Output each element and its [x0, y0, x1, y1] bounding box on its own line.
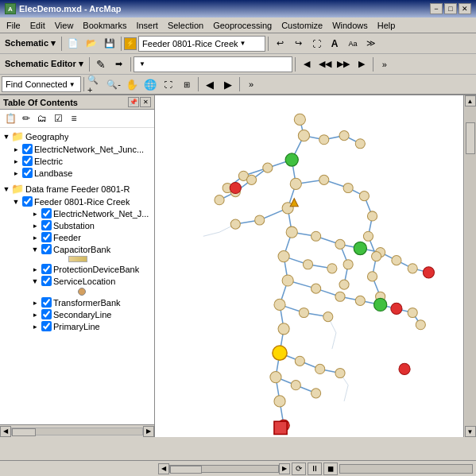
toc-scroll-right[interactable]: ▶ [143, 426, 154, 437]
minimize-button[interactable]: − [430, 3, 443, 14]
update-btn[interactable]: ↪ [289, 35, 307, 52]
menu-windows[interactable]: Windows [327, 17, 373, 33]
menu-bookmarks[interactable]: Bookmarks [78, 17, 131, 33]
layout-btn[interactable]: ⊞ [178, 75, 195, 93]
toc-icon-more[interactable]: ≡ [67, 111, 81, 126]
editor-tool1[interactable]: ✎ [92, 56, 110, 73]
toc-item-landbase[interactable]: ▸ Landbase [10, 167, 154, 179]
map-scrollbar-v[interactable]: ▲ ▼ [463, 95, 476, 437]
toc-scroll-thumb[interactable] [12, 428, 36, 436]
status-btn-stop[interactable]: ◼ [323, 462, 338, 475]
toc-item-substation[interactable]: ▸ Substation [29, 219, 154, 231]
toc-close-btn[interactable]: ✕ [140, 97, 151, 107]
close-button[interactable]: ✕ [459, 3, 471, 14]
toc-item-capacitor[interactable]: ▼ CapacitorBank [29, 243, 154, 255]
expand-btn[interactable]: ⛶ [308, 35, 325, 52]
checkbox-protection[interactable] [41, 264, 52, 274]
pan-btn[interactable]: ✋ [123, 75, 141, 93]
toc-scrollbar[interactable]: ◀ ▶ [0, 424, 154, 437]
scroll-right-btn[interactable]: ▶ [279, 463, 290, 474]
edit-nav4[interactable]: ▶ [353, 56, 370, 73]
window-controls[interactable]: − □ ✕ [430, 3, 471, 14]
find-connected-dropdown[interactable]: Find Connected ▼ [2, 76, 81, 92]
expand-ej[interactable]: ▸ [11, 145, 21, 153]
menu-edit[interactable]: Edit [25, 17, 50, 33]
h-scroll-thumb[interactable] [170, 466, 202, 474]
back-btn[interactable]: ◀ [201, 75, 219, 93]
save-btn[interactable]: 💾 [101, 35, 118, 52]
toc-item-electric[interactable]: ▸ Electric [10, 155, 154, 167]
extent-btn[interactable]: ⛶ [160, 75, 177, 93]
checkbox-capacitor[interactable] [41, 244, 52, 254]
toc-pin-btn[interactable]: 📌 [128, 97, 139, 107]
toc-item-secondary[interactable]: ▸ SecondaryLine [29, 308, 154, 320]
toc-item-feeder[interactable]: ▸ Feeder [29, 231, 154, 243]
aa-btn[interactable]: Aa [344, 35, 362, 52]
expand-capacitor[interactable]: ▼ [30, 246, 40, 253]
scroll-down-btn[interactable]: ▼ [465, 426, 476, 437]
refresh-btn[interactable]: ↩ [271, 35, 288, 52]
toc-icon-draw[interactable]: ✏ [19, 111, 33, 126]
checkbox-feeder[interactable] [41, 232, 52, 242]
map-area[interactable]: ▲ ▼ [155, 95, 476, 437]
feeder-dropdown[interactable]: Feeder 0801-Rice Creek ▼ [138, 36, 265, 52]
checkbox-service[interactable] [41, 276, 52, 286]
toc-icon-list[interactable]: 📋 [3, 111, 17, 126]
toc-scroll-left[interactable]: ◀ [0, 426, 11, 437]
expand-protection[interactable]: ▸ [30, 265, 40, 273]
extra-btn[interactable]: » [242, 75, 260, 93]
open-folder-btn[interactable]: 📂 [83, 35, 100, 52]
new-btn[interactable]: 📄 [64, 35, 82, 52]
expand-service[interactable]: ▼ [30, 277, 40, 285]
more-btn[interactable]: ≫ [362, 35, 380, 52]
menu-insert[interactable]: Insert [131, 17, 163, 33]
toc-header-buttons[interactable]: 📌 ✕ [128, 97, 151, 107]
map-scrollbar-h[interactable]: ◀ ▶ [158, 463, 290, 474]
toc-item-en-j[interactable]: ▸ ElectricNetwork_Net_J... [29, 207, 154, 219]
editor-dropdown[interactable]: ▼ [134, 56, 292, 72]
maximize-button[interactable]: □ [444, 3, 457, 14]
expand-en-j[interactable]: ▸ [30, 210, 40, 218]
zoom-in-btn[interactable]: 🔍+ [87, 75, 104, 93]
checkbox-secondary[interactable] [41, 309, 52, 319]
checkbox-feeder0801[interactable] [22, 196, 33, 207]
scroll-up-btn[interactable]: ▲ [465, 95, 476, 106]
toc-item-protection[interactable]: ▸ ProtectionDeviceBank [29, 263, 154, 275]
editor-tool2[interactable]: ➡ [110, 56, 128, 73]
expand-primary[interactable]: ▸ [30, 323, 40, 331]
globe-btn[interactable]: 🌐 [141, 75, 159, 93]
checkbox-primary[interactable] [41, 321, 52, 331]
expand-substation[interactable]: ▸ [30, 222, 40, 230]
checkbox-en-j[interactable] [41, 208, 52, 219]
edit-nav3[interactable]: ▶▶ [335, 56, 352, 73]
scroll-thumb-v[interactable] [466, 122, 475, 154]
font-btn[interactable]: A [326, 35, 343, 52]
toc-item-feeder0801[interactable]: ▼ Feeder 0801-Rice Creek [10, 195, 154, 207]
more-btn2[interactable]: » [376, 56, 393, 73]
expand-dataframe[interactable]: ▼ [2, 185, 11, 193]
checkbox-substation[interactable] [41, 220, 52, 230]
expand-feeder0801[interactable]: ▼ [11, 198, 21, 206]
toc-item-transformer[interactable]: ▸ TransformerBank [29, 296, 154, 308]
expand-feeder[interactable]: ▸ [30, 234, 40, 242]
menu-view[interactable]: View [50, 17, 79, 33]
toc-item-electricnetwork-junc[interactable]: ▸ ElectricNetwork_Net_Junc... [10, 143, 154, 155]
checkbox-transformer[interactable] [41, 297, 52, 308]
checkbox-electric[interactable] [22, 156, 33, 166]
expand-landbase[interactable]: ▸ [11, 169, 21, 177]
menu-file[interactable]: File [2, 17, 25, 33]
menu-selection[interactable]: Selection [163, 17, 208, 33]
status-btn-refresh[interactable]: ⟳ [292, 462, 306, 475]
toc-group-geography[interactable]: ▼ 📁 Geography [0, 130, 154, 143]
edit-nav1[interactable]: ◀ [298, 56, 315, 73]
expand-secondary[interactable]: ▸ [30, 311, 40, 319]
toc-item-service[interactable]: ▼ ServiceLocation [29, 275, 154, 287]
expand-geography[interactable]: ▼ [2, 133, 11, 141]
expand-transformer[interactable]: ▸ [30, 299, 40, 307]
menu-help[interactable]: Help [373, 17, 401, 33]
edit-nav2[interactable]: ◀◀ [316, 56, 334, 73]
toc-item-primary[interactable]: ▸ PrimaryLine [29, 320, 154, 332]
status-btn-pause[interactable]: ⏸ [308, 462, 322, 475]
checkbox-ej[interactable] [22, 144, 33, 154]
scroll-left-btn[interactable]: ◀ [158, 463, 169, 474]
